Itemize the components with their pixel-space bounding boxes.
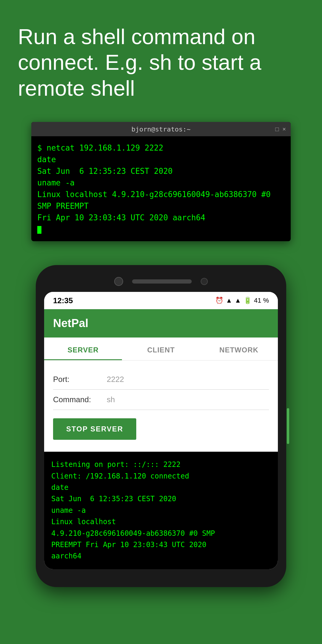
phone-screen: 12:35 ⏰ ▲ ▲ 🔋 41 % NetPal SERVER xyxy=(44,292,278,569)
command-input[interactable]: sh xyxy=(107,395,269,404)
app-title: NetPal xyxy=(53,317,88,329)
tab-client[interactable]: CLIENT xyxy=(122,338,200,360)
hero-title: Run a shell command on connect. E.g. sh … xyxy=(18,24,304,101)
terminal-window-controls: □ × xyxy=(275,126,286,133)
stop-server-button[interactable]: STOP SERVER xyxy=(53,418,136,440)
server-line-6: Linux localhost xyxy=(51,516,271,527)
port-input[interactable]: 2222 xyxy=(107,375,269,384)
server-line-5: uname -a xyxy=(51,505,271,516)
terminal-cursor-line xyxy=(37,224,285,235)
terminal-line-4: uname -a xyxy=(37,177,285,189)
server-terminal: Listening on port: ::/::: 2222 Client: /… xyxy=(44,452,278,569)
app-header: NetPal xyxy=(44,309,278,338)
phone-speaker xyxy=(132,279,192,284)
alarm-icon: ⏰ xyxy=(215,297,223,304)
terminal-titlebar: bjorn@stratos:~ □ × xyxy=(31,122,291,136)
tab-server[interactable]: SERVER xyxy=(44,338,122,360)
battery-icon: 🔋 xyxy=(244,297,252,304)
form-area: Port: 2222 Command: sh STOP SERVER xyxy=(44,360,278,452)
command-row: Command: sh xyxy=(53,390,269,410)
server-line-1: Listening on port: ::/::: 2222 xyxy=(51,459,271,470)
wifi-icon: ▲ xyxy=(226,297,232,304)
terminal-line-3: Sat Jun 6 12:35:23 CEST 2020 xyxy=(37,165,285,177)
status-icons: ⏰ ▲ ▲ 🔋 41 % xyxy=(215,297,269,304)
port-label: Port: xyxy=(53,375,107,384)
server-line-8: PREEMPT Fri Apr 10 23:03:43 UTC 2020 xyxy=(51,539,271,550)
page-container: Run a shell command on connect. E.g. sh … xyxy=(0,0,322,644)
server-line-7: 4.9.210-g28c696160049-ab6386370 #0 SMP xyxy=(51,528,271,539)
signal-icon: ▲ xyxy=(235,297,241,304)
command-label: Command: xyxy=(53,395,107,404)
minimize-icon[interactable]: □ xyxy=(275,126,279,133)
status-bar: 12:35 ⏰ ▲ ▲ 🔋 41 % xyxy=(44,292,278,309)
tab-network[interactable]: NETWORK xyxy=(200,338,278,360)
server-line-3: date xyxy=(51,482,271,493)
server-line-9: aarch64 xyxy=(51,550,271,562)
phone-camera-area xyxy=(44,277,278,286)
scroll-indicator xyxy=(287,408,289,444)
battery-percentage: 41 % xyxy=(254,297,269,304)
server-line-4: Sat Jun 6 12:35:23 CEST 2020 xyxy=(51,493,271,504)
terminal-line-2: date xyxy=(37,154,285,165)
server-line-2: Client: /192.168.1.120 connected xyxy=(51,470,271,482)
terminal-line-6: Fri Apr 10 23:03:43 UTC 2020 aarch64 xyxy=(37,212,285,224)
terminal-line-5: Linux localhost 4.9.210-g28c696160049-ab… xyxy=(37,189,285,212)
terminal-title-text: bjorn@stratos:~ xyxy=(131,126,191,133)
close-icon[interactable]: × xyxy=(282,126,286,133)
phone-front-camera xyxy=(201,278,208,285)
status-time: 12:35 xyxy=(53,296,73,305)
terminal-line-1: $ netcat 192.168.1.129 2222 xyxy=(37,142,285,154)
desktop-terminal: bjorn@stratos:~ □ × $ netcat 192.168.1.1… xyxy=(31,122,291,241)
terminal-body: $ netcat 192.168.1.129 2222 date Sat Jun… xyxy=(31,136,291,241)
port-row: Port: 2222 xyxy=(53,369,269,390)
phone-mockup: 12:35 ⏰ ▲ ▲ 🔋 41 % NetPal SERVER xyxy=(36,265,286,587)
phone-camera-left xyxy=(114,277,123,286)
tab-bar: SERVER CLIENT NETWORK xyxy=(44,338,278,360)
